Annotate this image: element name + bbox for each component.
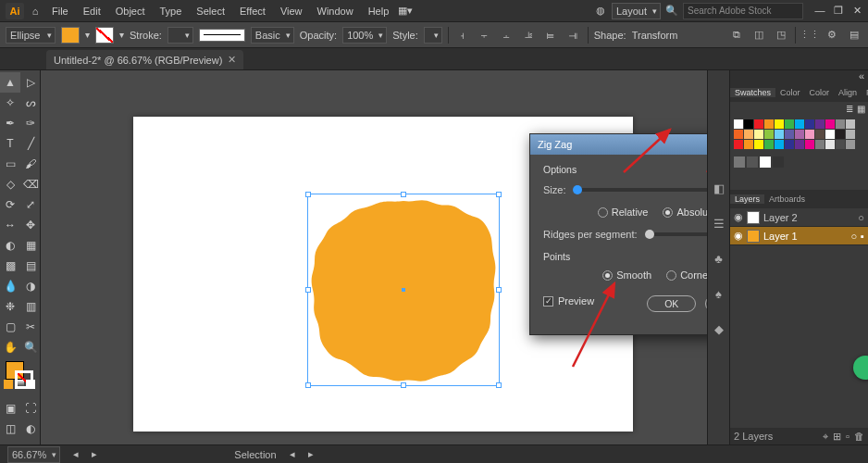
swatch-cell[interactable]	[846, 130, 855, 139]
menu-object[interactable]: Object	[110, 4, 151, 19]
preview-checkbox[interactable]: ✓Preview	[543, 295, 594, 307]
swatch-cell[interactable]	[825, 130, 835, 139]
swatch-cell[interactable]	[846, 140, 855, 149]
status-nav-prev[interactable]: ◂	[290, 448, 295, 460]
menu-window[interactable]: Window	[312, 4, 359, 19]
nav-next-icon[interactable]: ▸	[92, 448, 97, 460]
gradient-tool[interactable]: ▤	[20, 256, 41, 276]
swatch-cell[interactable]	[744, 119, 753, 129]
color-mode-none[interactable]	[26, 380, 35, 389]
transform-label[interactable]: Transform	[632, 30, 678, 41]
new-sublayer-icon[interactable]: ⊞	[833, 431, 841, 443]
tab-swatches[interactable]: Swatches	[730, 88, 775, 97]
symbols-panel-icon[interactable]: ♠	[712, 287, 726, 302]
align-top-icon[interactable]: ⫡	[521, 27, 538, 44]
scale-tool[interactable]: ⤢	[20, 194, 41, 215]
dialog-titlebar[interactable]: Zig Zag ✕	[530, 134, 707, 155]
slice-tool[interactable]: ✂	[20, 317, 41, 337]
swatch-cell[interactable]	[795, 130, 804, 139]
menu-file[interactable]: File	[46, 4, 74, 19]
swatch-cell[interactable]	[825, 140, 835, 149]
nav-prev-icon[interactable]: ◂	[73, 448, 79, 460]
gpu-icon[interactable]: ◍	[593, 4, 608, 19]
document-tab[interactable]: Untitled-2* @ 66.67% (RGB/Preview) ✕	[46, 50, 243, 69]
selection-tool[interactable]: ▲	[0, 72, 20, 93]
swatch-cell[interactable]	[836, 119, 845, 129]
tab-pathfinder[interactable]: Pathfi	[862, 88, 868, 97]
visibility-toggle-icon[interactable]: ◉	[734, 211, 743, 223]
swatch-view-list-icon[interactable]: ≣	[846, 104, 853, 114]
size-slider[interactable]	[573, 188, 707, 192]
align-vcenter-icon[interactable]: ⫢	[543, 27, 560, 44]
home-icon[interactable]: ⌂	[28, 4, 43, 19]
relative-radio[interactable]: Relative	[598, 206, 649, 218]
eraser-tool[interactable]: ⌫	[20, 174, 41, 194]
layer-target-icon[interactable]: ○	[858, 212, 864, 223]
rotate-tool[interactable]: ⟳	[0, 194, 20, 215]
locate-layer-icon[interactable]: ⌖	[823, 431, 828, 443]
snap-icon[interactable]: ⋮⋮	[801, 27, 818, 44]
canvas-area[interactable]: Zig Zag ✕ Options Size: 5 px Relative Ab…	[41, 70, 707, 444]
status-nav-next[interactable]: ▸	[308, 448, 314, 460]
cancel-button[interactable]: Cancel	[705, 295, 707, 312]
fill-swatch[interactable]	[61, 27, 80, 44]
curvature-tool[interactable]: ✑	[20, 113, 41, 133]
blend-tool[interactable]: ◑	[20, 276, 41, 296]
opacity-input[interactable]: 100%	[342, 27, 387, 44]
brushes-panel-icon[interactable]: ♣	[712, 252, 726, 267]
panel-collapse-icon[interactable]: «	[859, 70, 864, 83]
absolute-radio[interactable]: Absolute	[663, 206, 707, 218]
brush-definition[interactable]: Basic	[251, 27, 294, 44]
swatch-cell[interactable]	[744, 140, 753, 149]
symbol-sprayer-tool[interactable]: ❉	[0, 296, 20, 317]
magic-wand-tool[interactable]: ✧	[0, 93, 20, 113]
swatch-cell[interactable]	[764, 130, 774, 139]
swatch-cell[interactable]	[836, 140, 845, 149]
swatch-cell[interactable]	[825, 119, 835, 129]
align-left-icon[interactable]: ⫞	[454, 27, 471, 44]
swatch-cell[interactable]	[805, 140, 814, 149]
swatch-cell[interactable]	[754, 140, 763, 149]
search-icon[interactable]: 🔍	[664, 4, 679, 19]
menu-select[interactable]: Select	[191, 4, 230, 19]
gray-swatch-4[interactable]	[773, 156, 784, 168]
type-tool[interactable]: T	[0, 133, 20, 154]
paintbrush-tool[interactable]: 🖌	[20, 154, 41, 174]
edit-clip-icon[interactable]: ◫	[750, 27, 767, 44]
swatch-cell[interactable]	[734, 130, 743, 139]
tool-name-display[interactable]: Ellipse	[6, 27, 56, 44]
stroke-swatch[interactable]	[95, 27, 114, 44]
artboard-tool[interactable]: ▢	[0, 317, 20, 337]
smooth-radio[interactable]: Smooth	[602, 269, 651, 281]
tab-color[interactable]: Color	[775, 88, 805, 97]
swatch-cell[interactable]	[764, 119, 774, 129]
swatch-cell[interactable]	[795, 119, 804, 129]
swatch-cell[interactable]	[775, 119, 784, 129]
gray-swatch-1[interactable]	[734, 156, 745, 168]
menu-view[interactable]: View	[275, 4, 308, 19]
stroke-profile[interactable]	[199, 29, 245, 42]
swatch-cell[interactable]	[754, 130, 763, 139]
gray-swatch-3[interactable]	[760, 156, 771, 168]
window-minimize-button[interactable]: —	[814, 5, 825, 17]
delete-layer-icon[interactable]: 🗑	[854, 431, 864, 443]
swatches-grid[interactable]	[730, 116, 868, 153]
menu-edit[interactable]: Edit	[78, 4, 106, 19]
swatch-cell[interactable]	[785, 140, 794, 149]
swatch-cell[interactable]	[785, 130, 794, 139]
prefs-icon[interactable]: ⚙	[824, 27, 840, 44]
layer-row[interactable]: ◉ Layer 1 ○▪	[730, 227, 868, 245]
perspective-tool[interactable]: ▦	[20, 235, 41, 256]
panel-menu-icon[interactable]: ▤	[846, 27, 862, 44]
layer-row[interactable]: ◉ Layer 2 ○	[730, 208, 868, 227]
ridges-slider[interactable]	[645, 232, 708, 236]
screen-mode-toggle[interactable]: ⛶	[20, 398, 41, 419]
menu-effect[interactable]: Effect	[234, 4, 271, 19]
mesh-tool[interactable]: ▩	[0, 256, 20, 276]
shape-builder-tool[interactable]: ◐	[0, 235, 20, 256]
direct-selection-tool[interactable]: ▷	[20, 72, 41, 93]
line-tool[interactable]: ╱	[20, 133, 41, 154]
swatch-cell[interactable]	[734, 140, 743, 149]
swatch-cell[interactable]	[775, 130, 784, 139]
swatch-cell[interactable]	[754, 119, 763, 129]
